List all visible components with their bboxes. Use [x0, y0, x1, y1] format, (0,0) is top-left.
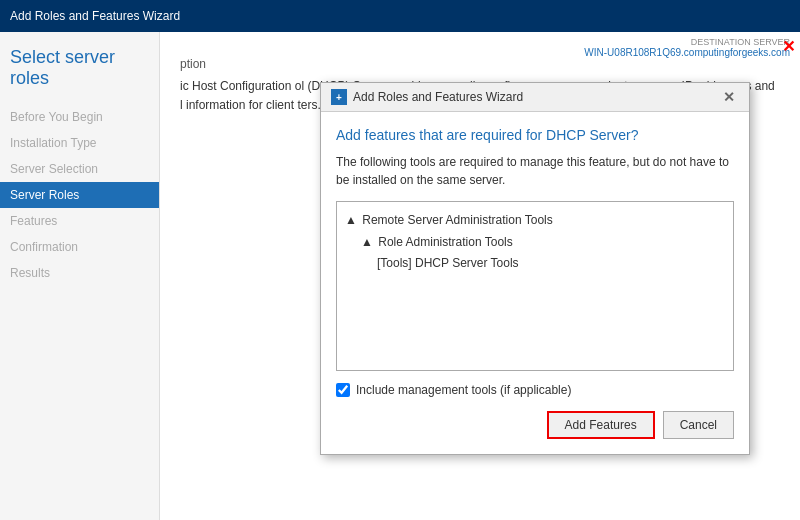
sidebar-item-installation-type[interactable]: Installation Type: [0, 130, 159, 156]
sidebar-item-results[interactable]: Results: [0, 260, 159, 286]
destination-server-info: DESTINATION SERVER WIN-U08R108R1Q69.comp…: [584, 37, 790, 58]
tree-item-dhcp-tools: [Tools] DHCP Server Tools: [345, 253, 725, 275]
modal-title-label: Add Roles and Features Wizard: [353, 90, 523, 104]
management-tools-checkbox[interactable]: [336, 383, 350, 397]
tree-arrow-1: ▲: [361, 235, 376, 249]
tree-arrow-0: ▲: [345, 213, 360, 227]
bg-section-label: ption: [180, 57, 780, 71]
destination-label: DESTINATION SERVER: [584, 37, 790, 47]
sidebar-item-before-you-begin[interactable]: Before You Begin: [0, 104, 159, 130]
tree-label-1: Role Administration Tools: [378, 235, 513, 249]
content-area: Select server roles Before You Begin Ins…: [0, 32, 800, 520]
add-features-button[interactable]: Add Features: [547, 411, 655, 439]
modal-description: The following tools are required to mana…: [336, 153, 734, 189]
sidebar-item-server-selection[interactable]: Server Selection: [0, 156, 159, 182]
top-bar: Add Roles and Features Wizard: [0, 0, 800, 32]
tree-item-remote-admin: ▲ Remote Server Administration Tools: [345, 210, 725, 232]
management-tools-checkbox-row: Include management tools (if applicable): [336, 383, 734, 397]
top-bar-title: Add Roles and Features Wizard: [10, 9, 180, 23]
management-tools-label[interactable]: Include management tools (if applicable): [356, 383, 571, 397]
modal-dialog: + Add Roles and Features Wizard ✕ Add fe…: [320, 82, 750, 455]
modal-title-text: + Add Roles and Features Wizard: [331, 89, 523, 105]
sidebar-item-confirmation[interactable]: Confirmation: [0, 234, 159, 260]
tree-label-2: [Tools] DHCP Server Tools: [377, 256, 519, 270]
features-tree-box: ▲ Remote Server Administration Tools ▲ R…: [336, 201, 734, 371]
server-name: WIN-U08R108R1Q69.computingforgeeks.com: [584, 47, 790, 58]
sidebar-title: Select server roles: [0, 42, 159, 104]
main-close-icon[interactable]: ✕: [782, 37, 795, 56]
main-content: DESTINATION SERVER WIN-U08R108R1Q69.comp…: [160, 32, 800, 520]
cancel-button[interactable]: Cancel: [663, 411, 734, 439]
modal-heading: Add features that are required for DHCP …: [336, 127, 734, 143]
modal-close-button[interactable]: ✕: [719, 89, 739, 105]
modal-titlebar: + Add Roles and Features Wizard ✕: [321, 83, 749, 112]
tree-item-role-admin: ▲ Role Administration Tools: [345, 232, 725, 254]
modal-icon: +: [331, 89, 347, 105]
sidebar-item-server-roles[interactable]: Server Roles: [0, 182, 159, 208]
modal-button-row: Add Features Cancel: [336, 411, 734, 439]
main-window: Add Roles and Features Wizard Select ser…: [0, 0, 800, 520]
tree-label-0: Remote Server Administration Tools: [362, 213, 553, 227]
sidebar: Select server roles Before You Begin Ins…: [0, 32, 160, 520]
sidebar-item-features[interactable]: Features: [0, 208, 159, 234]
modal-body: Add features that are required for DHCP …: [321, 112, 749, 454]
